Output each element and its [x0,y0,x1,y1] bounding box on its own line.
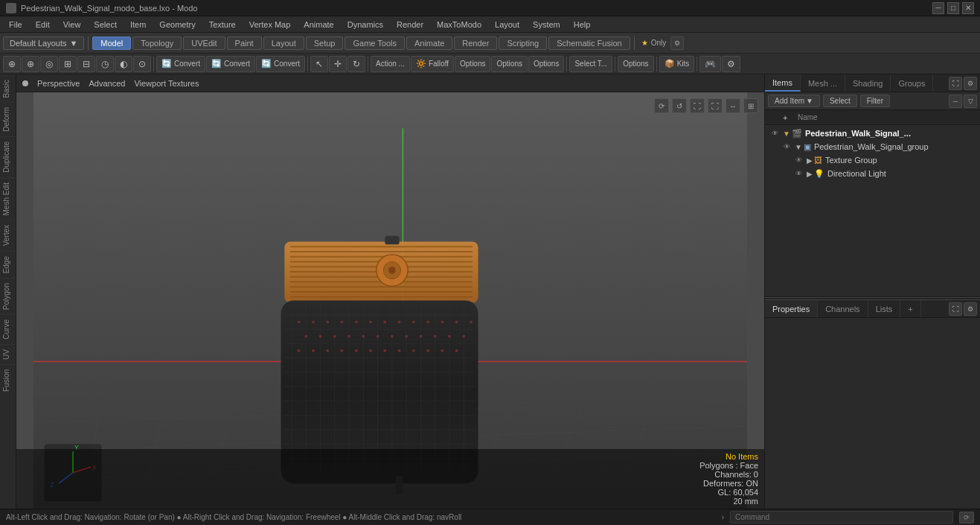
tab-animate[interactable]: Animate [406,36,452,50]
close-button[interactable]: ✕ [962,2,974,14]
convert-btn-3[interactable]: 🔄 Convert [256,56,305,72]
options-btn-2[interactable]: Options [491,56,527,72]
props-settings[interactable]: ⚙ [964,302,977,316]
tab-properties[interactable]: Properties [765,300,818,317]
sidebar-tab-polygon[interactable]: Polygon [0,278,16,314]
tab-lists[interactable]: Lists [868,300,901,317]
menu-item[interactable]: Item [124,19,152,31]
tab-groups[interactable]: Groups [891,74,933,92]
menu-select[interactable]: Select [88,19,123,31]
menu-geometry[interactable]: Geometry [153,19,201,31]
tab-channels[interactable]: Channels [818,300,868,317]
nav-btn-rotate[interactable]: ⟳ [654,98,669,113]
nav-btn-fit[interactable]: ⛶ [708,98,723,113]
sidebar-tab-curve[interactable]: Curve [0,314,16,344]
menu-render[interactable]: Render [391,19,429,31]
props-expand[interactable]: ⛶ [949,302,962,316]
tool-icon-6[interactable]: ◷ [96,56,114,72]
eye-icon-root[interactable]: 👁 [769,128,780,139]
tool-icon-8[interactable]: ⊙ [133,56,151,72]
menu-animate[interactable]: Animate [298,19,339,31]
sidebar-tab-edge[interactable]: Edge [0,251,16,278]
sidebar-tab-basic[interactable]: Basic [0,74,16,102]
nav-btn-pan[interactable]: ↔ [726,98,740,113]
convert-btn-1[interactable]: 🔄 Convert [156,56,205,72]
filter-button[interactable]: Filter [860,95,890,107]
item-row-group[interactable]: 👁 ▼ ▣ Pedestrian_Walk_Signal_group [766,140,979,153]
sidebar-tab-uv[interactable]: UV [0,344,16,364]
menu-dynamics[interactable]: Dynamics [342,19,389,31]
tab-topology[interactable]: Topology [132,36,182,50]
nav-btn-undo[interactable]: ↺ [672,98,687,113]
unreal-icon[interactable]: 🎮 [699,56,721,72]
nav-btn-grid[interactable]: ⊞ [743,98,758,113]
falloff-btn[interactable]: 🔆 Falloff [411,56,454,72]
settings-icon[interactable]: ⚙ [670,36,684,50]
eye-icon-texture[interactable]: 👁 [793,155,804,165]
menu-maxmodo[interactable]: MaxToModo [431,19,487,31]
tab-shading[interactable]: Shading [845,74,891,92]
tab-setup[interactable]: Setup [306,36,344,50]
minimize-button[interactable]: ─ [932,2,944,14]
nav-btn-frame[interactable]: ⛶ [690,98,705,113]
viewport-textures[interactable]: Viewport Textures [134,79,199,88]
tool-icon-1[interactable]: ⊕ [3,56,21,72]
items-filter-icon[interactable]: ▽ [964,95,977,108]
tab-scripting[interactable]: Scripting [499,36,547,50]
tool-icon-rotate[interactable]: ↻ [348,56,365,72]
command-input[interactable] [730,511,953,524]
tab-paint[interactable]: Paint [227,36,262,50]
sidebar-tab-meshedit[interactable]: Mesh Edit [0,177,16,220]
item-row-light[interactable]: 👁 ▶ 💡 Directional Light [766,167,979,180]
items-panel-settings[interactable]: ⚙ [964,77,977,90]
menu-layout[interactable]: Layout [489,19,525,31]
tab-model[interactable]: Model [92,36,131,50]
menu-system[interactable]: System [527,19,566,31]
tab-uvedit[interactable]: UVEdit [183,36,225,50]
tab-items[interactable]: Items [765,74,801,92]
menu-help[interactable]: Help [568,19,597,31]
tool-icon-arrow[interactable]: ↖ [310,56,328,72]
tab-gametools[interactable]: Game Tools [345,36,405,50]
unreal-icon2[interactable]: ⚙ [722,56,740,72]
items-minus-btn[interactable]: ─ [949,95,962,108]
tool-icon-move[interactable]: ✛ [329,56,347,72]
options-btn-1[interactable]: Options [455,56,490,72]
command-run-btn[interactable]: ⟳ [959,512,974,524]
tool-icon-3[interactable]: ◎ [40,56,58,72]
menu-edit[interactable]: Edit [30,19,56,31]
tool-icon-2[interactable]: ⊕ [22,56,39,72]
action-btn[interactable]: Action ... [371,56,410,72]
item-row-root[interactable]: 👁 ▼ 🎬 Pedestrian_Walk_Signal_... [766,127,979,140]
layout-dropdown[interactable]: Default Layouts ▼ [3,36,84,50]
tab-layout[interactable]: Layout [263,36,304,50]
sidebar-tab-vertex[interactable]: Vertex [0,220,16,250]
tab-plus[interactable]: + [900,300,920,317]
options-btn-3[interactable]: Options [528,56,564,72]
convert-btn-2[interactable]: 🔄 Convert [206,56,255,72]
tool-icon-4[interactable]: ⊞ [59,56,77,72]
sidebar-tab-duplicate[interactable]: Duplicate [0,136,16,177]
viewport-canvas[interactable]: X Y Z ⟳ ↺ ⛶ ⛶ ↔ ⊞ No Items Polygons : Fa… [16,92,764,509]
add-item-button[interactable]: Add Item ▼ [768,95,820,107]
tool-icon-5[interactable]: ⊟ [77,56,95,72]
menu-file[interactable]: File [3,19,28,31]
viewport[interactable]: Perspective Advanced Viewport Textures [16,74,764,509]
sidebar-tab-fusion[interactable]: Fusion [0,364,16,396]
select-button[interactable]: Select [823,95,857,107]
kits-btn[interactable]: 📦 Kits [659,56,695,72]
item-row-texture[interactable]: 👁 ▶ 🖼 Texture Group [766,153,979,167]
options2-btn[interactable]: Options [618,56,653,72]
select-btn[interactable]: Select T... [569,56,612,72]
viewport-advanced[interactable]: Advanced [89,79,125,88]
eye-icon-group[interactable]: 👁 [781,141,792,152]
tab-mesh[interactable]: Mesh ... [801,74,845,92]
sidebar-tab-deform[interactable]: Deform [0,102,16,136]
menu-view[interactable]: View [57,19,87,31]
items-panel-expand[interactable]: ⛶ [949,77,962,90]
eye-icon-light[interactable]: 👁 [793,168,804,179]
tool-icon-7[interactable]: ◐ [115,56,132,72]
menu-texture[interactable]: Texture [203,19,242,31]
viewport-perspective[interactable]: Perspective [37,79,80,88]
tab-schematic[interactable]: Schematic Fusion [548,36,630,50]
